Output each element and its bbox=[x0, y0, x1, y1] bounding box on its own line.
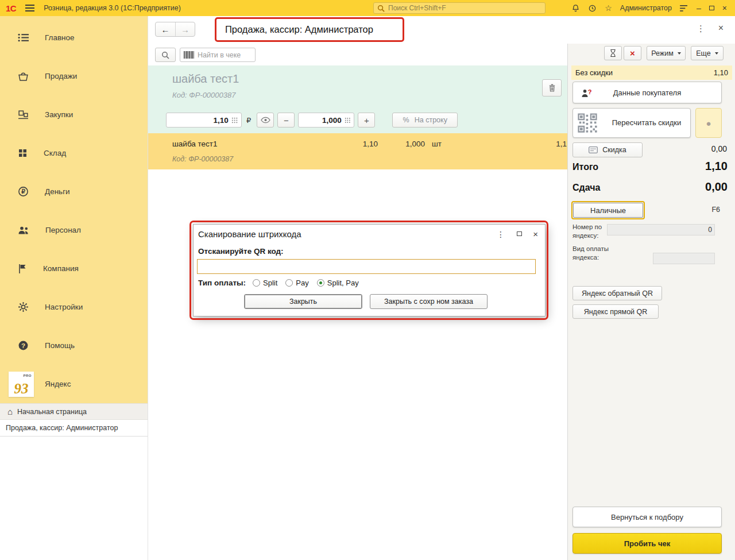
line-discount-button[interactable]: % На строку bbox=[392, 113, 458, 128]
dialog-maximize-icon[interactable] bbox=[517, 231, 522, 236]
gear-icon bbox=[18, 302, 29, 312]
cash-label: Наличные bbox=[590, 206, 626, 215]
quantity-field[interactable] bbox=[298, 113, 354, 128]
yandex-direct-qr-button[interactable]: Яндекс прямой QR bbox=[572, 304, 659, 319]
wait-button[interactable] bbox=[604, 46, 622, 60]
recalculate-discounts-label: Пересчитать скидки bbox=[603, 118, 690, 128]
sidebar-item-money[interactable]: ₽ Деньги bbox=[0, 172, 148, 211]
svg-text:?: ? bbox=[21, 342, 25, 349]
home-page-label: Начальная страница bbox=[17, 408, 87, 416]
notifications-bell-icon[interactable] bbox=[571, 4, 580, 13]
sidebar-item-main[interactable]: Главное bbox=[0, 18, 148, 57]
sidebar-item-settings[interactable]: Настройки bbox=[0, 288, 148, 326]
radio-icon bbox=[285, 279, 293, 287]
sidebar-item-warehouse[interactable]: Склад bbox=[0, 134, 148, 172]
dialog-close-save-button[interactable]: Закрыть с сохр ном заказа bbox=[370, 294, 488, 309]
yandex-93pro-logo: 93 PRO bbox=[9, 372, 34, 397]
radio-selected-icon bbox=[317, 279, 324, 287]
history-icon[interactable] bbox=[588, 4, 597, 13]
loyalty-status-button[interactable]: ● bbox=[695, 108, 722, 138]
cash-payment-button[interactable]: Наличные bbox=[573, 203, 643, 218]
open-form-tab-label: Продажа, кассир: Администратор bbox=[6, 424, 118, 432]
receipt-table-row[interactable]: шайба тест1 1,10 1,000 шт 1,1 Код: ФР-00… bbox=[148, 133, 567, 169]
main-menu-icon[interactable] bbox=[25, 5, 34, 11]
no-discount-label: Без скидки bbox=[575, 68, 613, 77]
find-in-receipt-field[interactable] bbox=[180, 48, 256, 62]
forward-button[interactable]: → bbox=[175, 22, 195, 36]
service-menu-icon[interactable] bbox=[680, 5, 688, 11]
yandex-paytype-input[interactable] bbox=[653, 253, 715, 264]
dialog-close-button[interactable]: Закрыть bbox=[244, 294, 362, 309]
customer-data-label: Данные покупателя bbox=[613, 88, 681, 97]
return-to-selection-button[interactable]: Вернуться к подбору bbox=[572, 507, 722, 527]
customer-data-button[interactable]: ? Данные покупателя bbox=[572, 82, 722, 103]
basket-icon bbox=[18, 71, 29, 81]
sidebar-item-label: Склад bbox=[44, 149, 66, 157]
price-input[interactable] bbox=[170, 116, 229, 125]
discount-button[interactable]: Скидка bbox=[572, 142, 643, 157]
qr-code-icon bbox=[577, 112, 598, 134]
quantity-decrease-button[interactable]: − bbox=[277, 113, 295, 128]
back-button[interactable]: ← bbox=[156, 22, 175, 36]
close-icon[interactable]: × bbox=[722, 4, 727, 12]
sidebar-item-sales[interactable]: Продажи bbox=[0, 57, 148, 95]
hourglass-icon bbox=[609, 49, 617, 57]
dialog-kebab-icon[interactable]: ⋮ bbox=[497, 230, 505, 239]
delete-row-button[interactable] bbox=[542, 79, 562, 96]
yandex-number-input[interactable] bbox=[607, 224, 715, 235]
sidebar-item-label: Главное bbox=[45, 33, 75, 42]
history-nav-group: ← → bbox=[155, 22, 195, 37]
yandex-back-qr-button[interactable]: Яндекс обратный QR bbox=[572, 286, 662, 300]
discount-card-icon bbox=[589, 146, 598, 153]
checkout-button[interactable]: Пробить чек bbox=[572, 533, 722, 554]
mode-dropdown[interactable]: Режим bbox=[647, 46, 686, 60]
favorites-star-icon[interactable]: ☆ bbox=[605, 4, 612, 12]
dialog-title: Сканирование штрихкода bbox=[198, 229, 301, 239]
form-header: ← → Продажа, кассир: Администратор ⋮ × bbox=[148, 16, 735, 44]
minus-icon: − bbox=[284, 115, 289, 125]
sidebar-item-staff[interactable]: Персонал bbox=[0, 211, 148, 249]
find-in-receipt-input[interactable] bbox=[198, 51, 252, 59]
sidebar-item-yandex[interactable]: 93 PRO Яндекс bbox=[0, 365, 148, 403]
home-page-tab[interactable]: ⌂ Начальная страница bbox=[0, 403, 148, 420]
quantity-input[interactable] bbox=[302, 116, 341, 125]
discount-value: 0,00 bbox=[711, 144, 727, 153]
search-icon bbox=[377, 5, 385, 12]
sidebar-item-purchases[interactable]: Закупки bbox=[0, 95, 148, 134]
form-more-kebab-icon[interactable]: ⋮ bbox=[697, 24, 705, 34]
form-close-icon[interactable]: × bbox=[718, 23, 724, 33]
radio-split[interactable]: Split bbox=[253, 279, 277, 287]
cancel-receipt-button[interactable]: × bbox=[624, 46, 641, 60]
search-in-receipt-button[interactable] bbox=[155, 48, 176, 62]
scan-qr-label: Отсканируйте QR код: bbox=[198, 247, 284, 256]
radio-pay[interactable]: Pay bbox=[285, 279, 308, 287]
keypad-icon[interactable] bbox=[345, 117, 351, 124]
recalculate-discounts-button[interactable]: Пересчитать скидки bbox=[572, 108, 691, 138]
dialog-close-icon[interactable]: × bbox=[533, 229, 538, 239]
no-discount-value: 1,10 bbox=[714, 68, 728, 77]
row-unit: шт bbox=[432, 140, 442, 148]
keypad-icon[interactable] bbox=[231, 117, 238, 124]
price-field[interactable] bbox=[166, 113, 242, 128]
titlebar-actions: ☆ Администратор – × bbox=[571, 0, 735, 16]
quantity-increase-button[interactable]: + bbox=[358, 113, 375, 128]
global-search-input[interactable] bbox=[388, 4, 541, 12]
sidebar-item-label: Компания bbox=[43, 264, 79, 273]
global-search[interactable] bbox=[373, 2, 546, 14]
sidebar-item-company[interactable]: Компания bbox=[0, 249, 148, 288]
current-user-label[interactable]: Администратор bbox=[620, 4, 672, 12]
qr-code-input[interactable] bbox=[197, 259, 536, 274]
section-sidebar: Главное Продажи Закупки Склад ₽ Деньги П… bbox=[0, 16, 148, 560]
open-form-tab[interactable]: Продажа, кассир: Администратор bbox=[0, 420, 148, 437]
radio-split-pay[interactable]: Split, Pay bbox=[317, 279, 359, 287]
yandex-direct-qr-label: Яндекс прямой QR bbox=[584, 308, 648, 316]
checkout-label: Пробить чек bbox=[624, 539, 671, 548]
svg-text:₽: ₽ bbox=[21, 188, 25, 195]
maximize-icon[interactable] bbox=[709, 6, 714, 10]
window-titlebar: 1С Розница, редакция 3.0 (1С:Предприятие… bbox=[0, 0, 735, 16]
more-dropdown[interactable]: Еще bbox=[691, 46, 724, 60]
sidebar-item-help[interactable]: ? Помощь bbox=[0, 326, 148, 365]
minimize-icon[interactable]: – bbox=[697, 4, 701, 12]
view-price-button[interactable] bbox=[257, 113, 274, 128]
1c-logo: 1С bbox=[6, 3, 16, 13]
